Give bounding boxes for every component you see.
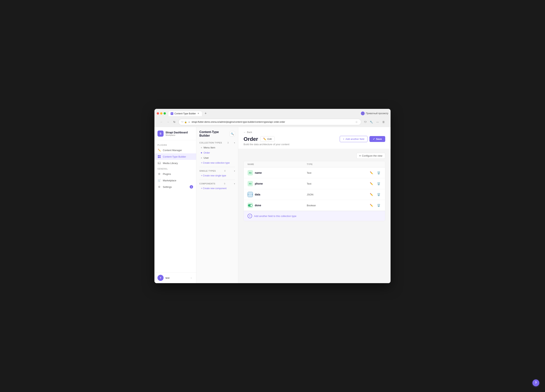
fullscreen-button[interactable] <box>164 112 166 115</box>
back-link[interactable]: ← Back <box>244 131 385 134</box>
help-button[interactable]: ? <box>533 380 539 386</box>
forward-nav-button[interactable]: → <box>166 120 170 124</box>
tab-label: Content-Type Builder <box>174 112 196 115</box>
nav-dot <box>201 147 202 148</box>
create-collection-link[interactable]: + Create new collection type <box>196 160 238 165</box>
collection-types-header[interactable]: COLLECTION TYPES 3 ▾ <box>196 141 238 145</box>
field-row-name: Ab name Text ✏️ 🗑️ <box>244 167 385 178</box>
extensions-button[interactable]: ⋯ <box>375 120 380 124</box>
collection-item-user-label: User <box>204 156 209 159</box>
field-name-label: name <box>255 171 262 174</box>
create-component-link[interactable]: + Create new component <box>196 186 238 191</box>
field-actions-data: ✏️ 🗑️ <box>366 192 381 197</box>
ctb-search-button[interactable]: 🔍 <box>230 131 235 136</box>
wrench-button[interactable]: 🔧 <box>369 120 374 124</box>
back-arrow-icon: ← <box>244 131 246 134</box>
single-types-count: 0 <box>224 170 225 172</box>
sidebar-item-plugins-label: Plugins <box>163 173 171 175</box>
sidebar-collapse-button[interactable]: ‹ <box>189 276 193 280</box>
back-nav-button[interactable]: ← <box>159 120 164 124</box>
collection-types-label: COLLECTION TYPES <box>199 141 222 144</box>
components-count: 0 <box>224 183 225 185</box>
ctb-sidebar: Content-Type Builder 🔍 COLLECTION TYPES … <box>196 127 238 283</box>
svg-rect-0 <box>158 155 159 156</box>
sidebar-item-marketplace[interactable]: 🛒 Marketplace <box>155 177 196 184</box>
configure-view-button[interactable]: ≡ Configure the view <box>356 153 385 159</box>
delete-field-done-button[interactable]: 🗑️ <box>376 203 381 208</box>
single-types-header[interactable]: SINGLE TYPES 0 ▾ <box>196 169 238 173</box>
settings-icon: ⚙ <box>157 185 161 189</box>
fields-table: NAME TYPE Ab name Text ✏️ 🗑️ <box>244 161 385 221</box>
delete-field-data-button[interactable]: 🗑️ <box>376 192 381 197</box>
single-types-chevron: ▾ <box>234 170 235 172</box>
content-type-builder-icon <box>157 155 161 158</box>
collection-types-chevron: ▾ <box>234 142 235 144</box>
address-bar[interactable]: 🛡 🔒 ● strapi-flutter-demo.orena.io/admin… <box>179 119 361 125</box>
browser-tabs: S Content-Type Builder ✕ + <box>168 111 361 116</box>
create-single-link[interactable]: + Create new single type <box>196 173 238 178</box>
close-button[interactable] <box>157 112 159 115</box>
brand-logo: S <box>157 130 164 137</box>
add-field-to-collection-row[interactable]: + Add another field to this collection t… <box>244 211 385 221</box>
field-row-data: {···} data JSON ✏️ 🗑️ <box>244 189 385 200</box>
collection-item-order[interactable]: Order <box>196 150 238 155</box>
save-button[interactable]: ✓ Save <box>369 136 385 142</box>
save-label: Save <box>376 138 382 141</box>
content-title-left: Order ✏️ Edit <box>244 136 275 142</box>
components-section: COMPONENTS 0 ▾ + Create new component <box>196 181 238 191</box>
components-header[interactable]: COMPONENTS 0 ▾ <box>196 181 238 186</box>
field-icon-done <box>248 203 253 208</box>
plus-icon: + <box>343 138 345 141</box>
svg-rect-3 <box>159 157 161 158</box>
components-label: COMPONENTS <box>199 183 215 185</box>
bookmark-button[interactable]: ☆ <box>354 120 359 124</box>
type-column-header: TYPE <box>307 163 366 165</box>
field-phone-name-cell: Ab phone <box>248 181 307 186</box>
sidebar-item-content-manager[interactable]: ✏️ Content Manager <box>155 147 196 153</box>
shield-toolbar-button[interactable]: 🛡 <box>363 120 368 124</box>
sidebar-item-settings[interactable]: ⚙ Settings 1 <box>155 184 196 190</box>
browser-toolbar: ← → ↻ 🛡 🔒 ● strapi-flutter-demo.orena.io… <box>157 118 388 127</box>
edit-field-done-button[interactable]: ✏️ <box>369 203 374 208</box>
delete-field-phone-button[interactable]: 🗑️ <box>376 181 381 186</box>
edit-field-phone-button[interactable]: ✏️ <box>369 181 374 186</box>
menu-button[interactable]: ☰ <box>381 120 386 124</box>
content-manager-icon: ✏️ <box>157 148 161 152</box>
traffic-lights <box>157 112 166 115</box>
field-data-label: data <box>255 193 260 196</box>
private-mode-badge: 👓 Приватный просмотр <box>361 111 388 115</box>
user-avatar: T <box>157 275 164 281</box>
collection-item-menu-item[interactable]: Menu Item <box>196 145 238 150</box>
reload-button[interactable]: ↻ <box>172 120 177 124</box>
collection-item-user[interactable]: User <box>196 155 238 160</box>
collection-types-section: COLLECTION TYPES 3 ▾ Menu Item Order Use… <box>196 141 238 165</box>
delete-field-name-button[interactable]: 🗑️ <box>376 170 381 175</box>
create-collection-label: + Create new collection type <box>201 162 230 164</box>
actions-column-header <box>366 163 381 165</box>
new-tab-button[interactable]: + <box>203 111 208 116</box>
edit-field-name-button[interactable]: ✏️ <box>369 170 374 175</box>
content-title-row: Order ✏️ Edit + Add another field ✓ <box>244 136 385 142</box>
sidebar-item-content-type-builder[interactable]: Content-Type Builder <box>155 153 196 160</box>
add-another-field-button[interactable]: + Add another field <box>340 136 367 142</box>
field-type-done: Boolean <box>307 204 366 207</box>
address-security-icons: 🛡 🔒 ● <box>181 121 190 123</box>
sidebar-item-plugins[interactable]: ⚙ Plugins <box>155 171 196 177</box>
sidebar-item-marketplace-label: Marketplace <box>163 179 176 182</box>
sidebar-item-media-library[interactable]: Media Library <box>155 160 196 166</box>
edit-field-data-button[interactable]: ✏️ <box>369 192 374 197</box>
general-section-label: GENERAL <box>155 166 196 171</box>
ctb-header: Content-Type Builder 🔍 <box>196 130 238 141</box>
tab-close-button[interactable]: ✕ <box>197 112 200 115</box>
field-done-label: done <box>255 204 261 207</box>
content-body: ≡ Configure the view NAME TYPE Ab n <box>238 149 390 283</box>
secure-icon: ● <box>188 121 190 123</box>
edit-button[interactable]: ✏️ Edit <box>260 136 274 142</box>
add-field-circle-icon: + <box>248 214 252 218</box>
field-done-name-cell: done <box>248 203 307 208</box>
nav-dot <box>201 157 202 159</box>
active-tab[interactable]: S Content-Type Builder ✕ <box>168 111 202 116</box>
lines-icon: ≡ <box>359 154 361 157</box>
ctb-title: Content-Type Builder <box>199 130 219 137</box>
minimize-button[interactable] <box>160 112 162 115</box>
